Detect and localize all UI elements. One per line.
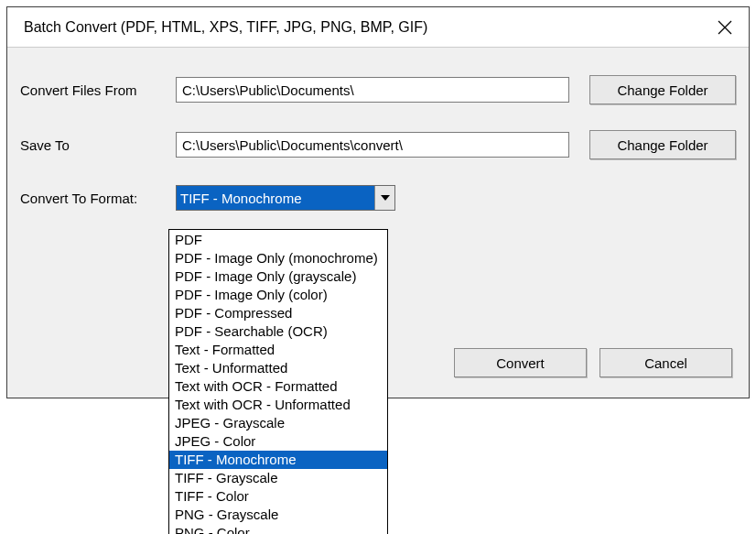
convert-from-input[interactable]: [176, 77, 569, 103]
format-option[interactable]: PDF - Image Only (monochrome): [169, 249, 387, 267]
format-option[interactable]: Text - Formatted: [169, 341, 387, 359]
window: Batch Convert (PDF, HTML, XPS, TIFF, JPG…: [0, 0, 756, 534]
row-save-to: Save To Change Folder: [20, 130, 736, 159]
format-option[interactable]: Text with OCR - Unformatted: [169, 396, 387, 414]
format-option[interactable]: PDF - Searchable (OCR): [169, 322, 387, 341]
format-option[interactable]: Text - Unformatted: [169, 359, 387, 377]
label-save-to: Save To: [20, 137, 176, 153]
format-option[interactable]: JPEG - Grayscale: [169, 414, 387, 432]
svg-marker-2: [381, 195, 390, 201]
save-to-input[interactable]: [176, 132, 569, 158]
row-format: Convert To Format: TIFF - Monochrome: [20, 185, 736, 211]
row-convert-from: Convert Files From Change Folder: [20, 75, 736, 104]
cancel-button[interactable]: Cancel: [599, 348, 732, 377]
change-folder-saveto-button[interactable]: Change Folder: [589, 130, 736, 159]
close-icon[interactable]: [718, 20, 732, 35]
format-dropdown-list[interactable]: PDFPDF - Image Only (monochrome)PDF - Im…: [168, 229, 388, 534]
format-selected-value: TIFF - Monochrome: [177, 186, 374, 210]
dialog-title: Batch Convert (PDF, HTML, XPS, TIFF, JPG…: [24, 19, 427, 36]
format-option[interactable]: PDF - Image Only (color): [169, 286, 387, 304]
label-convert-from: Convert Files From: [20, 82, 176, 98]
format-option[interactable]: PDF - Image Only (grayscale): [169, 267, 387, 286]
format-option[interactable]: TIFF - Color: [169, 487, 387, 506]
format-option[interactable]: JPEG - Color: [169, 432, 387, 451]
change-folder-from-button[interactable]: Change Folder: [589, 75, 736, 104]
format-option[interactable]: Text with OCR - Formatted: [169, 377, 387, 396]
chevron-down-icon[interactable]: [374, 186, 394, 210]
format-combobox[interactable]: TIFF - Monochrome: [176, 185, 395, 211]
format-option[interactable]: TIFF - Monochrome: [169, 451, 387, 469]
format-option[interactable]: TIFF - Grayscale: [169, 469, 387, 487]
titlebar: Batch Convert (PDF, HTML, XPS, TIFF, JPG…: [7, 7, 749, 48]
format-combo-wrap: TIFF - Monochrome: [176, 185, 395, 211]
format-option[interactable]: PDF: [169, 231, 387, 249]
format-option[interactable]: PDF - Compressed: [169, 304, 387, 322]
format-option[interactable]: PNG - Grayscale: [169, 506, 387, 524]
format-option[interactable]: PNG - Color: [169, 524, 387, 534]
label-format: Convert To Format:: [20, 191, 176, 206]
convert-button[interactable]: Convert: [454, 348, 587, 377]
